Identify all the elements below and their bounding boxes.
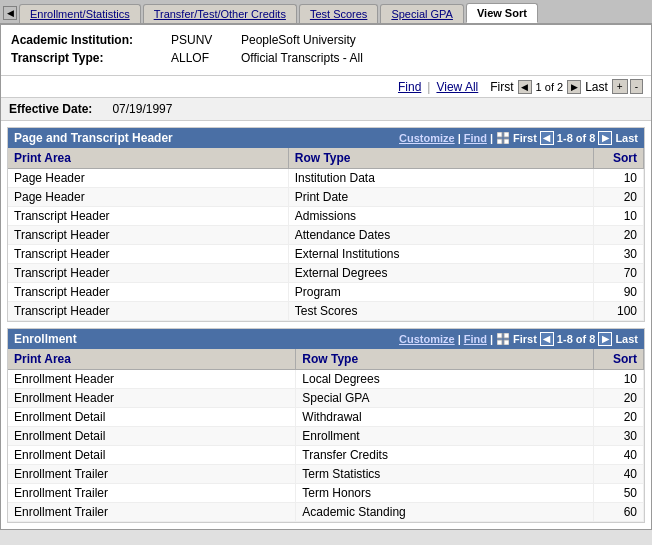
section1-first-label: First xyxy=(513,132,537,144)
row-type-cell: Institution Data xyxy=(288,169,593,188)
next-page-btn[interactable]: ▶ xyxy=(567,80,581,94)
section1-prev-btn[interactable]: ◀ xyxy=(540,131,554,145)
row-type-cell: External Degrees xyxy=(288,264,593,283)
sort-cell: 20 xyxy=(594,188,644,207)
nav-back-arrow[interactable]: ◀ xyxy=(3,6,17,20)
sort-cell: 90 xyxy=(594,283,644,302)
table-row: Transcript Header Admissions 10 xyxy=(8,207,644,226)
table-row: Enrollment Detail Transfer Credits 40 xyxy=(8,446,644,465)
table-row: Transcript Header External Degrees 70 xyxy=(8,264,644,283)
table-row: Transcript Header Program 90 xyxy=(8,283,644,302)
minus-btn[interactable]: - xyxy=(630,79,643,94)
section1-header: Page and Transcript Header Customize | F… xyxy=(8,128,644,148)
row-type-cell: Print Date xyxy=(288,188,593,207)
tab-enrollment-stats[interactable]: Enrollment/Statistics xyxy=(19,4,141,23)
section2-table: Enrollment Customize | Find | First ◀ 1-… xyxy=(7,328,645,523)
plus-minus-controls: + - xyxy=(612,79,643,94)
table-row: Enrollment Trailer Term Statistics 40 xyxy=(8,465,644,484)
table-row: Transcript Header External Institutions … xyxy=(8,245,644,264)
print-area-cell: Enrollment Header xyxy=(8,370,296,389)
print-area-cell: Transcript Header xyxy=(8,226,288,245)
institution-code: PSUNV xyxy=(171,33,241,47)
section1-page-info: 1-8 of 8 xyxy=(557,132,596,144)
print-area-cell: Enrollment Detail xyxy=(8,427,296,446)
col-row-type-2: Row Type xyxy=(296,349,594,370)
plus-btn[interactable]: + xyxy=(612,79,628,94)
tab-test-scores[interactable]: Test Scores xyxy=(299,4,378,23)
print-area-cell: Enrollment Header xyxy=(8,389,296,408)
page-info: 1 of 2 xyxy=(536,81,564,93)
sort-cell: 50 xyxy=(594,484,644,503)
svg-rect-4 xyxy=(497,333,502,338)
transcript-row: Transcript Type: ALLOF Official Transcri… xyxy=(11,51,641,65)
svg-rect-2 xyxy=(497,139,502,144)
print-area-cell: Transcript Header xyxy=(8,302,288,321)
sort-cell: 60 xyxy=(594,503,644,522)
section2-find-link[interactable]: Find xyxy=(464,333,487,345)
effective-date-value: 07/19/1997 xyxy=(112,102,172,116)
row-type-cell: External Institutions xyxy=(288,245,593,264)
section2-grid-icon[interactable] xyxy=(496,332,510,346)
print-area-cell: Page Header xyxy=(8,169,288,188)
section1-last-label: Last xyxy=(615,132,638,144)
prev-page-btn[interactable]: ◀ xyxy=(518,80,532,94)
find-link[interactable]: Find xyxy=(398,80,421,94)
sort-cell: 10 xyxy=(594,169,644,188)
section2-next-btn[interactable]: ▶ xyxy=(598,332,612,346)
section1-next-btn[interactable]: ▶ xyxy=(598,131,612,145)
section2-page-info: 1-8 of 8 xyxy=(557,333,596,345)
print-area-cell: Enrollment Trailer xyxy=(8,465,296,484)
section1-controls: Customize | Find | First ◀ 1-8 of 8 ▶ La… xyxy=(399,131,638,145)
col-row-type-1: Row Type xyxy=(288,148,593,169)
section1-col-headers: Print Area Row Type Sort xyxy=(8,148,644,169)
effective-date-bar: Effective Date: 07/19/1997 xyxy=(1,97,651,121)
print-area-cell: Transcript Header xyxy=(8,245,288,264)
sort-cell: 70 xyxy=(594,264,644,283)
section2-title: Enrollment xyxy=(14,332,77,346)
section2-prev-btn[interactable]: ◀ xyxy=(540,332,554,346)
transcript-code: ALLOF xyxy=(171,51,241,65)
sort-cell: 20 xyxy=(594,389,644,408)
print-area-cell: Enrollment Trailer xyxy=(8,503,296,522)
section2-last-label: Last xyxy=(615,333,638,345)
section1-grid-icon[interactable] xyxy=(496,131,510,145)
sort-cell: 10 xyxy=(594,207,644,226)
table-row: Enrollment Detail Enrollment 30 xyxy=(8,427,644,446)
print-area-cell: Enrollment Trailer xyxy=(8,484,296,503)
section2-customize-link[interactable]: Customize xyxy=(399,333,455,345)
print-area-cell: Enrollment Detail xyxy=(8,408,296,427)
row-type-cell: Transfer Credits xyxy=(296,446,594,465)
section1-customize-link[interactable]: Customize xyxy=(399,132,455,144)
view-all-link[interactable]: View All xyxy=(436,80,478,94)
sort-cell: 10 xyxy=(594,370,644,389)
table-row: Transcript Header Test Scores 100 xyxy=(8,302,644,321)
top-section-controls: Find | View All First ◀ 1 of 2 ▶ Last + … xyxy=(1,75,651,97)
section2-controls: Customize | Find | First ◀ 1-8 of 8 ▶ La… xyxy=(399,332,638,346)
tab-view-sort[interactable]: View Sort xyxy=(466,3,538,23)
section1-title: Page and Transcript Header xyxy=(14,131,173,145)
row-type-cell: Enrollment xyxy=(296,427,594,446)
tab-special-gpa[interactable]: Special GPA xyxy=(380,4,464,23)
row-type-cell: Withdrawal xyxy=(296,408,594,427)
institution-row: Academic Institution: PSUNV PeopleSoft U… xyxy=(11,33,641,47)
transcript-label: Transcript Type: xyxy=(11,51,171,65)
sort-cell: 40 xyxy=(594,465,644,484)
row-type-cell: Special GPA xyxy=(296,389,594,408)
svg-rect-6 xyxy=(497,340,502,345)
sort-cell: 40 xyxy=(594,446,644,465)
col-print-area-2: Print Area xyxy=(8,349,296,370)
col-print-area-1: Print Area xyxy=(8,148,288,169)
institution-info: Academic Institution: PSUNV PeopleSoft U… xyxy=(1,25,651,75)
section2-header: Enrollment Customize | Find | First ◀ 1-… xyxy=(8,329,644,349)
print-area-cell: Page Header xyxy=(8,188,288,207)
svg-rect-1 xyxy=(504,132,509,137)
section1-find-link[interactable]: Find xyxy=(464,132,487,144)
institution-value: PeopleSoft University xyxy=(241,33,356,47)
svg-rect-0 xyxy=(497,132,502,137)
table-row: Enrollment Header Local Degrees 10 xyxy=(8,370,644,389)
sort-cell: 30 xyxy=(594,245,644,264)
table-row: Enrollment Header Special GPA 20 xyxy=(8,389,644,408)
section1-table: Page and Transcript Header Customize | F… xyxy=(7,127,645,322)
col-sort-2: Sort xyxy=(594,349,644,370)
tab-transfer-test[interactable]: Transfer/Test/Other Credits xyxy=(143,4,297,23)
